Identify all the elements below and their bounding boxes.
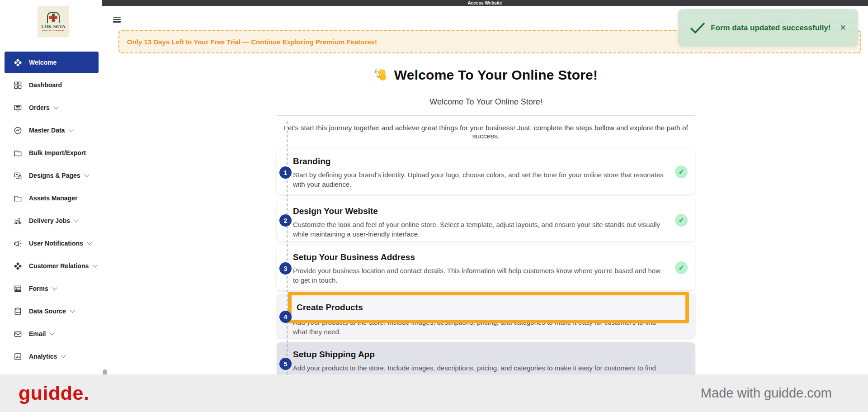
step-number-badge: 1 <box>279 166 292 179</box>
steps-connector-line <box>287 121 288 374</box>
folder-icon <box>14 194 22 203</box>
step-title: Setup Shipping App <box>293 350 375 360</box>
main-area: ₹0.00 0 Min 0 qcomtest Subscribe Plan On… <box>107 6 868 374</box>
sidebar-item-label: Dashboard <box>29 81 62 89</box>
step-title: Setup Your Business Address <box>293 252 415 262</box>
medical-cross-icon <box>46 11 61 23</box>
waving-hand-emoji <box>374 68 389 82</box>
sidebar-item-designs-pages[interactable]: Designs & Pages <box>0 164 107 187</box>
step-number-badge: 4 <box>279 311 292 323</box>
sidebar-item-analytics[interactable]: Analytics <box>0 345 107 368</box>
toast-close-icon[interactable]: ✕ <box>840 23 846 33</box>
handshake-icon <box>14 262 22 270</box>
chevron-down-icon <box>74 217 79 222</box>
sidebar-item-label: Email <box>29 330 46 337</box>
sidebar-item-label: Data Source <box>29 308 66 315</box>
access-website-link[interactable]: Access Website <box>468 0 502 6</box>
sidebar-item-forms[interactable]: Forms <box>0 277 107 300</box>
chevron-down-icon <box>69 127 74 132</box>
sidebar-item-label: Orders <box>29 104 50 111</box>
step-number-badge: 3 <box>279 262 292 275</box>
success-toast: Form data updated successfully! ✕ <box>678 9 858 47</box>
step-number-badge: 2 <box>279 214 292 227</box>
sidebar-item-welcome[interactable]: Welcome <box>0 51 107 74</box>
sidebar-item-label: Assets Manager <box>29 194 77 202</box>
handshake-icon <box>14 58 22 67</box>
orders-screen-icon <box>14 104 22 112</box>
sidebar-item-assets-manager[interactable]: Assets Manager <box>0 187 107 209</box>
sidebar-item-data-source[interactable]: Data Source <box>0 300 107 322</box>
divider <box>277 115 695 116</box>
chevron-down-icon <box>52 285 57 290</box>
step-number-badge: 5 <box>279 358 292 370</box>
page-title: Welcome To Your Online Store! <box>394 67 598 83</box>
app-window: Access Website LOK SEVA MEDICAL & GENERA… <box>0 0 868 412</box>
sidebar-item-bulk-import-export[interactable]: Bulk Import/Export <box>0 142 107 164</box>
page-subtitle: Welcome To Your Online Store! <box>277 97 695 107</box>
sidebar-item-delivery-jobs[interactable]: Delivery Jobs <box>0 209 107 232</box>
chevron-down-icon <box>84 172 89 177</box>
step-title: Create Products <box>297 303 363 313</box>
sidebar-item-label: Bulk Import/Export <box>29 149 86 156</box>
bar-chart-icon <box>14 352 22 361</box>
sidebar-item-dashboard[interactable]: Dashboard <box>0 74 107 96</box>
step-completed-check-icon: ✓ <box>675 214 688 227</box>
chevron-down-icon <box>61 353 66 358</box>
sidebar-item-label: Forms <box>29 285 48 292</box>
chevron-down-icon <box>70 308 75 313</box>
step-title: Design Your Website <box>293 206 378 216</box>
sidebar-item-label: Welcome <box>29 59 57 66</box>
sidebar-item-label: User Notifications <box>29 240 83 247</box>
sidebar-item-label: Customer Relations <box>29 262 89 270</box>
sidebar-nav: Welcome Dashboard Orders <box>0 51 107 368</box>
sidebar-item-master-data[interactable]: Master Data <box>0 119 107 142</box>
sidebar-item-customer-relations[interactable]: Customer Relations <box>0 255 107 277</box>
step-description: Start by defining your brand's identity.… <box>293 170 666 189</box>
sidebar-item-label: Designs & Pages <box>29 172 80 179</box>
sidebar-item-orders[interactable]: Orders <box>0 96 107 119</box>
folder-icon <box>14 149 22 157</box>
sidebar-item-user-notifications[interactable]: User Notifications <box>0 232 107 255</box>
step-card-business-address[interactable]: Setup Your Business Address Provide your… <box>277 245 695 290</box>
step-description: Provide your business location and conta… <box>293 266 666 285</box>
envelope-icon <box>14 330 22 338</box>
scooter-icon <box>14 217 22 225</box>
toast-message: Form data updated successfully! <box>705 24 836 33</box>
store-logo-name: LOK SEVA <box>41 24 65 29</box>
devices-icon <box>14 171 22 180</box>
access-website-bar[interactable]: Access Website <box>102 0 868 6</box>
chevron-down-icon <box>53 104 58 109</box>
sidebar-item-label: Master Data <box>29 127 65 134</box>
guidde-logo: guidde. <box>19 382 89 404</box>
dashboard-icon <box>14 81 22 90</box>
sidebar: LOK SEVA MEDICAL & GENERAL Welcome <box>0 0 107 412</box>
table-icon <box>14 284 22 293</box>
footer: guidde. Made with guidde.com <box>0 374 868 412</box>
hamburger-menu-icon[interactable] <box>113 17 121 23</box>
database-icon <box>14 307 22 316</box>
sidebar-item-email[interactable]: Email <box>0 322 107 345</box>
chevron-down-icon <box>93 262 98 267</box>
click-highlight-create-products[interactable]: Create Products <box>288 292 689 323</box>
sidebar-item-label: Delivery Jobs <box>29 217 70 224</box>
sidebar-item-label: Analytics <box>29 353 57 360</box>
chevron-down-icon <box>50 330 55 335</box>
chevron-down-icon <box>87 240 92 245</box>
step-card-design-website[interactable]: Design Your Website Customize the look a… <box>277 199 695 242</box>
intro-text: Let's start this journey together and ac… <box>277 124 695 140</box>
checkmark-icon <box>690 22 705 34</box>
chart-circle-icon <box>14 126 22 135</box>
step-completed-check-icon: ✓ <box>675 261 688 274</box>
step-completed-check-icon: ✓ <box>675 166 688 178</box>
made-with-guidde-link[interactable]: Made with guidde.com <box>701 386 832 401</box>
store-logo-tagline: MEDICAL & GENERAL <box>42 29 65 32</box>
step-title: Branding <box>293 156 330 166</box>
step-description: Customize the look and feel of your onli… <box>293 220 666 239</box>
step-card-branding[interactable]: Branding Start by defining your brand's … <box>277 149 695 194</box>
store-logo[interactable]: LOK SEVA MEDICAL & GENERAL <box>38 6 69 37</box>
megaphone-icon <box>14 239 22 248</box>
